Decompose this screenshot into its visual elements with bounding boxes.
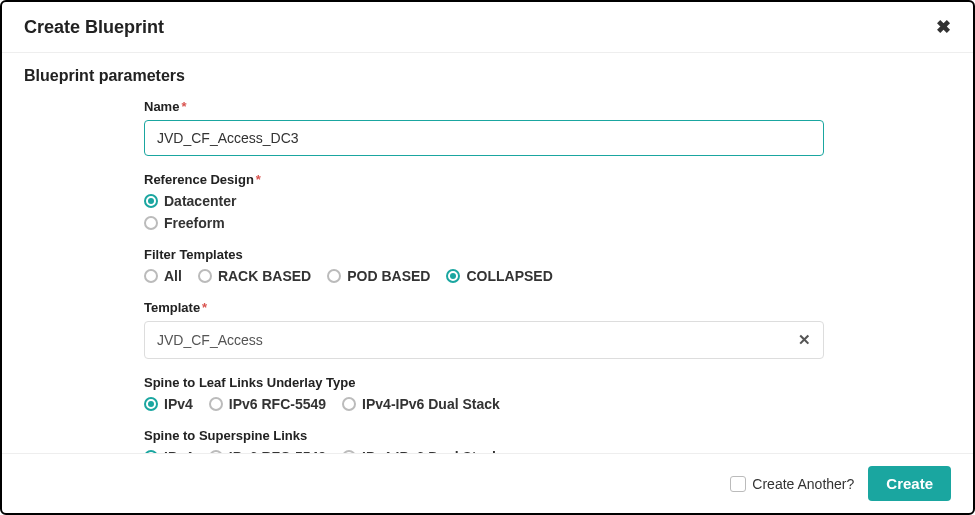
create-blueprint-modal: Create Blueprint ✖ Blueprint parameters … bbox=[0, 0, 975, 515]
modal-body-scroll[interactable]: Blueprint parameters Name* Reference Des… bbox=[2, 53, 973, 453]
radio-spine-leaf-ipv4[interactable]: IPv4 bbox=[144, 396, 193, 412]
radio-dot-icon bbox=[144, 397, 158, 411]
filter-templates-options: All RACK BASED POD BASED COLLAPSED bbox=[144, 268, 844, 284]
field-reference-design: Reference Design* Datacenter Freeform bbox=[144, 172, 844, 231]
radio-freeform[interactable]: Freeform bbox=[144, 215, 844, 231]
radio-dot-icon bbox=[144, 450, 158, 453]
radio-filter-rack-label: RACK BASED bbox=[218, 268, 311, 284]
spine-leaf-label: Spine to Leaf Links Underlay Type bbox=[144, 375, 844, 390]
reference-design-label: Reference Design* bbox=[144, 172, 844, 187]
clear-icon[interactable]: ✕ bbox=[798, 331, 811, 349]
spine-superspine-label: Spine to Superspine Links bbox=[144, 428, 844, 443]
radio-filter-pod[interactable]: POD BASED bbox=[327, 268, 430, 284]
radio-dot-icon bbox=[342, 450, 356, 453]
radio-filter-all-label: All bbox=[164, 268, 182, 284]
create-another-checkbox[interactable]: Create Another? bbox=[730, 476, 854, 492]
section-title: Blueprint parameters bbox=[24, 67, 951, 85]
name-input[interactable] bbox=[144, 120, 824, 156]
name-label: Name* bbox=[144, 99, 844, 114]
modal-footer: Create Another? Create bbox=[2, 453, 973, 513]
radio-dot-icon bbox=[209, 450, 223, 453]
form-column: Name* Reference Design* Datacenter Freef bbox=[144, 99, 844, 453]
radio-filter-all[interactable]: All bbox=[144, 268, 182, 284]
modal-header: Create Blueprint ✖ bbox=[2, 2, 973, 53]
required-asterisk: * bbox=[202, 300, 207, 315]
required-asterisk: * bbox=[181, 99, 186, 114]
radio-spine-leaf-rfc5549[interactable]: IPv6 RFC-5549 bbox=[209, 396, 326, 412]
close-icon[interactable]: ✖ bbox=[936, 16, 951, 38]
reference-design-label-text: Reference Design bbox=[144, 172, 254, 187]
template-select[interactable]: JVD_CF_Access ✕ bbox=[144, 321, 824, 359]
radio-dot-icon bbox=[144, 269, 158, 283]
radio-datacenter[interactable]: Datacenter bbox=[144, 193, 844, 209]
checkbox-icon bbox=[730, 476, 746, 492]
radio-filter-collapsed[interactable]: COLLAPSED bbox=[446, 268, 552, 284]
radio-dot-icon bbox=[327, 269, 341, 283]
create-another-label: Create Another? bbox=[752, 476, 854, 492]
field-spine-leaf: Spine to Leaf Links Underlay Type IPv4 I… bbox=[144, 375, 844, 412]
radio-dot-icon bbox=[342, 397, 356, 411]
radio-filter-collapsed-label: COLLAPSED bbox=[466, 268, 552, 284]
radio-dot-icon bbox=[144, 194, 158, 208]
spine-leaf-options: IPv4 IPv6 RFC-5549 IPv4-IPv6 Dual Stack bbox=[144, 396, 844, 412]
modal-title: Create Blueprint bbox=[24, 17, 164, 38]
template-label-text: Template bbox=[144, 300, 200, 315]
filter-templates-label: Filter Templates bbox=[144, 247, 844, 262]
template-selected-value: JVD_CF_Access bbox=[157, 332, 263, 348]
create-button[interactable]: Create bbox=[868, 466, 951, 501]
radio-datacenter-label: Datacenter bbox=[164, 193, 236, 209]
reference-design-options: Datacenter Freeform bbox=[144, 193, 844, 231]
field-template: Template* JVD_CF_Access ✕ bbox=[144, 300, 844, 359]
radio-freeform-label: Freeform bbox=[164, 215, 225, 231]
radio-dot-icon bbox=[198, 269, 212, 283]
field-name: Name* bbox=[144, 99, 844, 156]
radio-spine-leaf-ipv4-label: IPv4 bbox=[164, 396, 193, 412]
field-filter-templates: Filter Templates All RACK BASED POD BASE… bbox=[144, 247, 844, 284]
radio-spine-leaf-rfc5549-label: IPv6 RFC-5549 bbox=[229, 396, 326, 412]
radio-spine-leaf-dual[interactable]: IPv4-IPv6 Dual Stack bbox=[342, 396, 500, 412]
field-spine-superspine: Spine to Superspine Links IPv4 IPv6 RFC-… bbox=[144, 428, 844, 453]
radio-dot-icon bbox=[209, 397, 223, 411]
radio-dot-icon bbox=[446, 269, 460, 283]
radio-spine-leaf-dual-label: IPv4-IPv6 Dual Stack bbox=[362, 396, 500, 412]
name-label-text: Name bbox=[144, 99, 179, 114]
radio-filter-pod-label: POD BASED bbox=[347, 268, 430, 284]
required-asterisk: * bbox=[256, 172, 261, 187]
template-label: Template* bbox=[144, 300, 844, 315]
radio-filter-rack[interactable]: RACK BASED bbox=[198, 268, 311, 284]
radio-dot-icon bbox=[144, 216, 158, 230]
